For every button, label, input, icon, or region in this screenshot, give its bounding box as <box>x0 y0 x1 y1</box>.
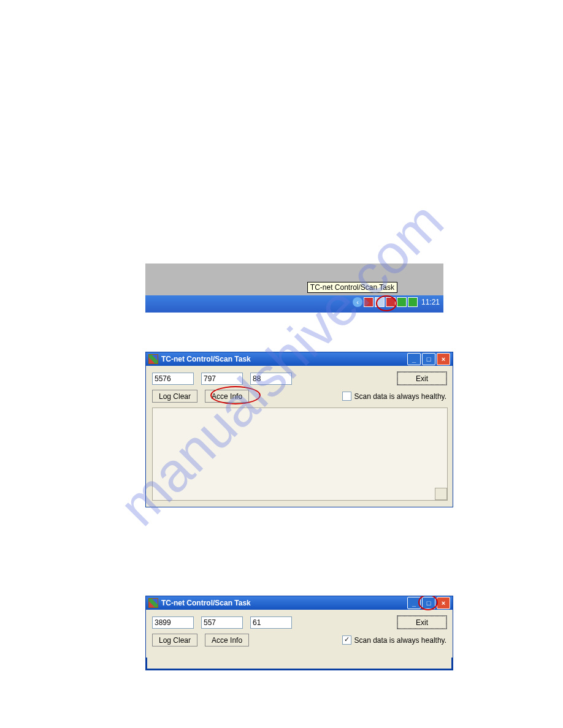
taskbar: TC-net Control/Scan Task ‹ 11:21 <box>145 295 443 313</box>
counter-row: Exit <box>152 616 446 629</box>
tcnet-window-1: TC-net Control/Scan Task _ □ × Exit Log … <box>145 352 453 507</box>
counter-field-2[interactable] <box>201 373 243 385</box>
tray-tooltip: TC-net Control/Scan Task <box>307 282 397 293</box>
scan-healthy-checkbox-wrap[interactable]: ✓ Scan data is always healthy. <box>342 635 446 645</box>
checkbox-label: Scan data is always healthy. <box>354 392 446 401</box>
button-row: Log Clear Acce Info ✓ Scan data is alway… <box>152 634 446 646</box>
exit-button[interactable]: Exit <box>397 616 446 629</box>
minimize-button[interactable]: _ <box>407 597 421 609</box>
close-button[interactable]: × <box>437 353 450 365</box>
maximize-button[interactable]: □ <box>422 597 435 609</box>
app-icon <box>148 598 158 608</box>
counter-field-3[interactable] <box>250 616 292 629</box>
titlebar[interactable]: TC-net Control/Scan Task _ □ × <box>146 352 453 366</box>
window-body: Exit Log Clear Acce Info ✓ Scan data is … <box>146 610 453 658</box>
maximize-button[interactable]: □ <box>422 353 435 365</box>
counter-field-1[interactable] <box>152 373 194 385</box>
desktop-gray-area <box>145 264 443 295</box>
log-textarea[interactable] <box>152 408 448 501</box>
window-body: Exit Log Clear Acce Info Scan data is al… <box>146 366 453 507</box>
exit-button[interactable]: Exit <box>397 372 446 385</box>
checkbox-icon[interactable]: ✓ <box>342 635 351 645</box>
checkbox-icon[interactable] <box>342 392 351 401</box>
tray-icon[interactable] <box>364 297 373 307</box>
window-buttons: _ □ × <box>407 353 450 365</box>
counter-field-1[interactable] <box>152 616 194 629</box>
tcnet-window-2: TC-net Control/Scan Task _ □ × Exit Log … <box>145 596 453 670</box>
checkbox-label: Scan data is always healthy. <box>354 636 446 645</box>
tray-expand-arrow-icon[interactable]: ‹ <box>353 297 362 307</box>
counter-field-2[interactable] <box>201 616 243 629</box>
scroll-corner-icon <box>435 488 447 500</box>
minimize-button[interactable]: _ <box>407 353 421 365</box>
button-row: Log Clear Acce Info Scan data is always … <box>152 390 446 403</box>
counter-row: Exit <box>152 372 446 385</box>
acce-info-button[interactable]: Acce Info <box>205 634 249 646</box>
counter-field-3[interactable] <box>250 373 292 385</box>
log-clear-button[interactable]: Log Clear <box>152 390 197 403</box>
window-buttons: _ □ × <box>407 597 450 609</box>
close-button[interactable]: × <box>437 597 450 609</box>
acce-info-button[interactable]: Acce Info <box>205 390 249 403</box>
window-title: TC-net Control/Scan Task <box>161 599 407 607</box>
log-clear-button[interactable]: Log Clear <box>152 634 197 646</box>
tray-clock: 11:21 <box>419 298 440 306</box>
tray-icon[interactable] <box>386 297 396 307</box>
scan-healthy-checkbox-wrap[interactable]: Scan data is always healthy. <box>342 392 446 401</box>
taskbar-screenshot: TC-net Control/Scan Task ‹ 11:21 <box>145 264 443 313</box>
titlebar[interactable]: TC-net Control/Scan Task _ □ × <box>146 596 453 610</box>
app-icon <box>148 354 158 364</box>
tray-icon[interactable] <box>408 297 418 307</box>
system-tray: ‹ 11:21 <box>353 297 440 307</box>
window-title: TC-net Control/Scan Task <box>161 355 407 363</box>
tray-icon-tcnet[interactable] <box>375 297 385 307</box>
tray-icon[interactable] <box>397 297 407 307</box>
